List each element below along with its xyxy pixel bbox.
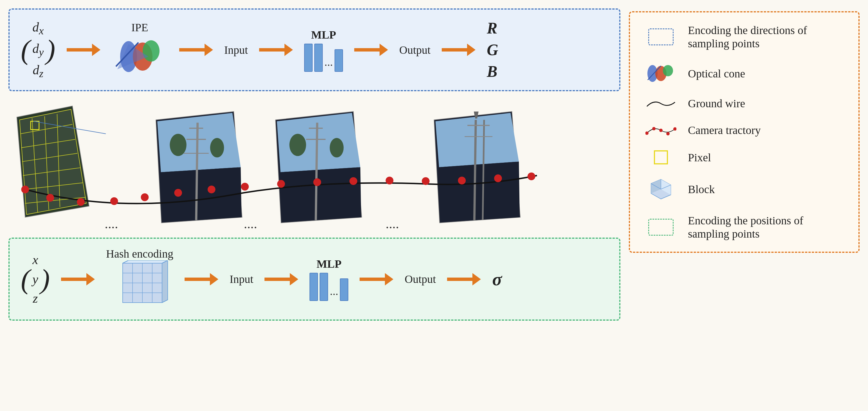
hash-label: Hash encoding — [106, 247, 173, 260]
left-paren-2: ( — [21, 265, 30, 293]
traj-dot — [21, 186, 29, 194]
svg-marker-54 — [123, 260, 168, 263]
arrow-input-2 — [185, 274, 218, 285]
traj-dot — [77, 198, 85, 206]
var-y: y — [32, 270, 38, 288]
var-dz: dz — [33, 61, 43, 81]
hash-section: Hash encoding — [106, 247, 173, 311]
output-label-2: Output — [405, 272, 436, 286]
traj-dot — [494, 175, 502, 182]
legend-item-encoding-pos: Encoding the positions ofsampling points — [644, 214, 844, 240]
svg-marker-41 — [439, 162, 520, 223]
mlp-bar — [304, 43, 313, 72]
traj-dot — [277, 180, 285, 188]
traj-dot — [110, 197, 118, 205]
output-label-1: Output — [399, 43, 431, 57]
mlp-dots-1: ··· — [324, 59, 333, 72]
legend-icon-ground-wire — [644, 98, 678, 109]
arrow-output-1 — [354, 44, 388, 55]
optical-cone-legend-icon — [646, 64, 676, 83]
green-box: ( x y z ) Hash encoding — [8, 238, 620, 321]
camera-traj-legend-icon — [646, 125, 676, 136]
mlp-bars-1: ··· — [304, 43, 343, 72]
svg-point-64 — [652, 127, 656, 130]
right-paren: ) — [46, 36, 55, 64]
svg-point-61 — [663, 65, 673, 76]
arrow-mlp-1 — [259, 44, 293, 55]
traj-dot — [141, 194, 149, 201]
legend-item-pixel: Pixel — [644, 150, 844, 165]
traj-dot — [313, 178, 321, 186]
legend-label-encoding-dirs: Encoding the directions ofsampling point… — [688, 24, 807, 50]
mlp-bar-2 — [320, 273, 328, 301]
svg-point-2 — [143, 40, 159, 62]
var-z: z — [33, 289, 38, 307]
direction-vars: dx dy dz — [30, 18, 46, 81]
arrow-hash — [61, 274, 95, 285]
green-dashed-rect-icon — [648, 219, 674, 236]
var-B: B — [487, 61, 498, 82]
rgb-output: R G B — [487, 18, 498, 82]
legend-label-pixel: Pixel — [688, 151, 711, 164]
left-paren: ( — [21, 36, 30, 64]
legend-icon-block — [644, 178, 678, 200]
var-dy: dy — [32, 40, 43, 60]
svg-marker-40 — [436, 113, 519, 167]
traj-dot — [349, 177, 357, 185]
svg-line-34 — [316, 123, 317, 220]
mlp-label-1: MLP — [311, 28, 336, 41]
arrow-output-2 — [360, 274, 393, 285]
ipe-section: IPE — [112, 21, 168, 79]
mlp-bar-2 — [310, 273, 318, 301]
pixel-rect-icon — [654, 150, 668, 165]
sigma-output: σ — [492, 269, 502, 290]
arrow-mlp-2 — [265, 274, 298, 285]
legend-label-ground-wire: Ground wire — [688, 97, 745, 110]
legend-box: Encoding the directions ofsampling point… — [629, 11, 860, 253]
mlp-bars-2: ··· — [310, 273, 348, 301]
arrow-sigma — [447, 274, 481, 285]
traj-dot — [422, 177, 430, 185]
input-label-2: Input — [229, 272, 253, 286]
mlp-bar-2 — [340, 278, 348, 301]
mlp-bar — [314, 43, 323, 72]
legend-label-camera-traj: Camera tractory — [688, 124, 761, 137]
legend-item-ground-wire: Ground wire — [644, 97, 844, 110]
legend-label-encoding-pos: Encoding the positions ofsampling points — [688, 214, 803, 240]
svg-marker-23 — [157, 113, 241, 172]
var-R: R — [487, 18, 498, 38]
svg-line-25 — [196, 123, 197, 220]
dots-3: .... — [386, 217, 399, 231]
mlp-label-2: MLP — [316, 257, 342, 270]
mlp-block-1: MLP ··· — [304, 28, 343, 72]
traj-dot — [241, 183, 249, 191]
svg-point-38 — [330, 138, 344, 157]
input-label-1: Input — [224, 43, 248, 57]
var-dx: dx — [32, 18, 43, 38]
ipe-label: IPE — [131, 21, 148, 34]
svg-point-30 — [210, 138, 224, 157]
legend-icon-blue-rect — [644, 28, 678, 45]
ground-wire-legend-icon — [646, 98, 676, 109]
scene-svg: .... .... .... — [8, 97, 620, 232]
traj-dot — [46, 194, 54, 202]
svg-line-42 — [474, 120, 476, 220]
legend-label-optical-cone: Optical cone — [688, 67, 745, 80]
traj-dot — [174, 189, 182, 197]
dots-1: .... — [105, 217, 118, 231]
arrow-ipe — [67, 44, 100, 55]
direction-vector: ( dx dy dz ) — [21, 18, 55, 81]
legend-icon-camera-traj — [644, 125, 678, 136]
legend-icon-optical-cone — [644, 64, 678, 83]
main-container: ( dx dy dz ) IPE — [0, 0, 868, 411]
var-x: x — [32, 251, 38, 269]
mlp-dots-2: ··· — [330, 288, 338, 301]
legend-item-camera-traj: Camera tractory — [644, 124, 844, 137]
block-legend-icon — [648, 178, 674, 200]
optical-cone-graphic — [112, 34, 168, 79]
scene-section: .... .... .... — [8, 97, 620, 232]
traj-dot — [458, 177, 466, 185]
legend-item-block: Block — [644, 178, 844, 200]
legend-icon-green-rect — [644, 219, 678, 236]
legend-icon-pixel — [644, 150, 678, 165]
